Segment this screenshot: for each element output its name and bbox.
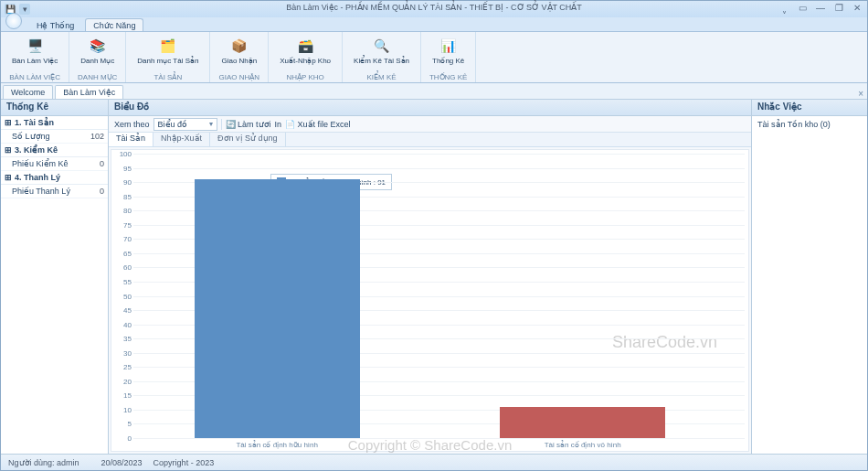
export-excel-button[interactable]: 📄 Xuất file Excel (285, 120, 351, 129)
chart-ytick: 100 (113, 150, 132, 158)
left-panel-title: Thống Kê (1, 100, 108, 116)
ribbon-tab-chuc-nang[interactable]: Chức Năng (85, 18, 143, 31)
tree-group-header[interactable]: ⊞ 3. Kiểm Kê (1, 144, 108, 157)
reminder-item[interactable]: Tài sản Tồn kho (0) (752, 116, 867, 454)
ribbon-group: 🔍Kiểm Kê Tài SảnKIỂM KÊ (343, 32, 421, 82)
ribbon-button-icon: 📚 (88, 36, 108, 56)
window-title: Bàn Làm Việc - PHẦN MỀM QUẢN LÝ TÀI SẢN … (286, 3, 582, 12)
expand-icon: ⊞ (5, 173, 12, 182)
chart-ytick: 95 (113, 164, 132, 172)
tree-item-label: Số Lượng (12, 132, 50, 141)
chart-ytick: 50 (113, 292, 132, 300)
doc-tabs: Welcome Bàn Làm Việc × (1, 83, 867, 100)
center-panel: Biểu Đồ Xem theo Biểu đồ ▾ 🔄 Làm tươi In… (109, 100, 752, 454)
chart-ytick: 90 (113, 178, 132, 187)
chart-ytick: 0 (113, 434, 132, 443)
doc-tab-close-icon[interactable]: × (858, 89, 863, 99)
ribbon-group-label: GIAO NHẬN (219, 73, 260, 82)
tree-item[interactable]: Phiếu Thanh Lý0 (1, 185, 108, 198)
title-bar: 💾 ▾ Bàn Làm Việc - PHẦN MỀM QUẢN LÝ TÀI … (1, 1, 867, 17)
ribbon-tabs: Hệ Thống Chức Năng SHARECODE.vn (1, 17, 867, 32)
ribbon-button-icon: 📦 (229, 36, 249, 56)
ribbon-button-icon: 📊 (439, 36, 459, 56)
toolbar-separator (221, 119, 222, 130)
chart-xlabel: Tài sản cố định hữu hình (236, 441, 318, 449)
app-pearl-button[interactable] (5, 13, 22, 29)
tree-item-value: 0 (100, 159, 104, 168)
chart-ytick: 10 (113, 405, 132, 413)
ribbon: 🖥️Bàn Làm ViệcBÀN LÀM VIỆC📚Danh MụcDANH … (1, 32, 867, 83)
win-restore-icon[interactable]: ❐ (832, 3, 845, 13)
win-minimize-icon[interactable]: — (814, 3, 827, 13)
ribbon-button[interactable]: 🗃️Xuất-Nhập Kho (276, 34, 334, 67)
tree-group-header[interactable]: ⊞ 4. Thanh Lý (1, 171, 108, 185)
chart-ytick: 80 (113, 207, 132, 215)
ribbon-button-icon: 🗂️ (158, 36, 178, 56)
tree-group-header[interactable]: ⊞ 1. Tài Sản (1, 116, 108, 130)
chart-type-select[interactable]: Biểu đồ ▾ (153, 118, 217, 131)
chart-xlabel: Tài sản cố định vô hình (545, 441, 621, 449)
ribbon-button[interactable]: 🖥️Bàn Làm Việc (8, 34, 61, 67)
tree-item-value: 102 (90, 132, 104, 141)
ribbon-group-label: THỐNG KÊ (429, 73, 468, 82)
left-panel: Thống Kê ⊞ 1. Tài SảnSố Lượng102⊞ 3. Kiể… (1, 100, 109, 454)
chart-ytick: 60 (113, 263, 132, 272)
ribbon-button[interactable]: 📊Thống Kê (429, 34, 468, 67)
ribbon-button[interactable]: 📚Danh Mục (77, 34, 118, 67)
watermark-sharecode: ShareCode.vn (612, 333, 717, 352)
chart-type-value: Biểu đồ (158, 120, 188, 129)
ribbon-group-label: NHẬP KHO (287, 73, 324, 82)
expand-icon: ⊞ (5, 118, 12, 127)
ribbon-button-label: Giao Nhận (221, 57, 257, 65)
toolbar-xem-theo-label: Xem theo (114, 120, 150, 129)
inner-tab-nhap-xuat[interactable]: Nhập-Xuất (153, 133, 210, 146)
chart-gridline (133, 154, 745, 155)
ribbon-group: 📚Danh MụcDANH MỤC (69, 32, 126, 82)
center-panel-title: Biểu Đồ (109, 100, 751, 116)
status-user: Người dùng: admin (8, 458, 79, 467)
tree-item[interactable]: Phiếu Kiểm Kê0 (1, 157, 108, 171)
win-style-icon[interactable]: ▭ (796, 3, 809, 13)
ribbon-button[interactable]: 🔍Kiểm Kê Tài Sản (350, 34, 413, 67)
ribbon-group: 🗃️Xuất-Nhập KhoNHẬP KHO (269, 32, 343, 82)
chart-inner-tabs: Tài Sản Nhập-Xuất Đơn vị Sử dụng (109, 133, 751, 147)
inner-tab-tai-san[interactable]: Tài Sản (109, 133, 153, 146)
chart-bar (195, 179, 360, 438)
ribbon-group-label: DANH MỤC (78, 73, 117, 82)
right-panel-title: Nhắc Việc (752, 100, 867, 116)
chart-ytick: 45 (113, 306, 132, 315)
ribbon-group-label: KIỂM KÊ (366, 73, 396, 82)
tree-item-label: Phiếu Thanh Lý (12, 187, 70, 196)
chart-area: Tài sản cố định hữu hình : 91 ShareCode.… (111, 149, 749, 452)
stats-tree: ⊞ 1. Tài SảnSố Lượng102⊞ 3. Kiểm KêPhiếu… (1, 116, 108, 198)
doc-tab-welcome[interactable]: Welcome (3, 85, 53, 99)
main-area: Thống Kê ⊞ 1. Tài SảnSố Lượng102⊞ 3. Kiể… (1, 100, 867, 454)
print-button[interactable]: In (275, 120, 282, 129)
doc-tab-ban-lam-viec[interactable]: Bàn Làm Việc (55, 85, 123, 99)
status-bar: Người dùng: admin 20/08/2023 Copyright -… (1, 454, 867, 470)
ribbon-tab-he-thong[interactable]: Hệ Thống (28, 18, 82, 31)
chart-ytick: 30 (113, 348, 132, 357)
chart-ytick: 35 (113, 335, 132, 343)
qat-dropdown-icon[interactable]: ▾ (19, 4, 30, 15)
chart-ytick: 5 (113, 420, 132, 428)
ribbon-button[interactable]: 📦Giao Nhận (217, 34, 260, 67)
expand-icon: ⊞ (5, 145, 12, 155)
chart-ytick: 55 (113, 277, 132, 285)
inner-tab-don-vi[interactable]: Đơn vị Sử dụng (210, 133, 286, 146)
chevron-down-icon: ▾ (209, 120, 213, 128)
ribbon-button-label: Bàn Làm Việc (12, 57, 58, 65)
tree-item[interactable]: Số Lượng102 (1, 130, 108, 144)
chart-bar (500, 407, 665, 438)
chart-ytick: 65 (113, 249, 132, 257)
ribbon-button-icon: 🖥️ (25, 36, 45, 56)
win-close-icon[interactable]: ✕ (851, 3, 863, 13)
ribbon-button-label: Danh mục Tài Sản (137, 57, 198, 65)
win-help-icon[interactable]: ˬ (778, 3, 790, 13)
chart-ytick: 25 (113, 363, 132, 371)
status-date: 20/08/2023 (101, 458, 143, 467)
ribbon-group: 🗂️Danh mục Tài SảnTÀI SẢN (126, 32, 210, 82)
refresh-button[interactable]: 🔄 Làm tươi (226, 120, 271, 129)
chart-ytick: 20 (113, 377, 132, 385)
ribbon-button[interactable]: 🗂️Danh mục Tài Sản (133, 34, 202, 67)
